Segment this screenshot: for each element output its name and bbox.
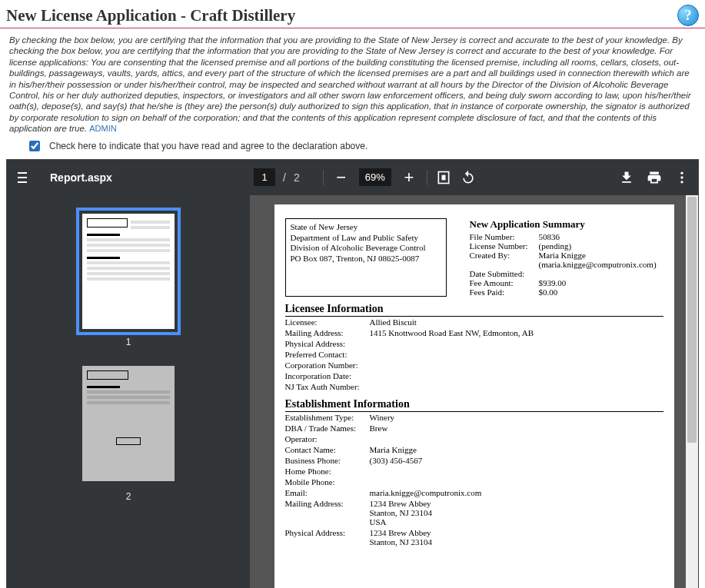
agree-label: Check here to indicate that you have rea… xyxy=(49,141,367,151)
more-icon[interactable] xyxy=(673,169,690,186)
page-number-input[interactable] xyxy=(254,168,275,186)
licensee-heading: Licensee Information xyxy=(285,303,663,317)
svg-point-3 xyxy=(680,176,683,178)
declaration-text: By checking the box below, you are certi… xyxy=(0,28,705,138)
print-icon[interactable] xyxy=(646,169,663,186)
zoom-level[interactable]: 69% xyxy=(359,168,391,186)
agree-checkbox[interactable] xyxy=(29,141,40,151)
download-icon[interactable] xyxy=(618,169,635,186)
rotate-icon[interactable] xyxy=(460,169,477,186)
admin-link[interactable]: ADMIN xyxy=(89,124,116,133)
svg-point-2 xyxy=(680,171,683,174)
zoom-out-button[interactable]: − xyxy=(331,168,351,188)
page-total: 2 xyxy=(294,171,300,184)
vertical-scrollbar[interactable] xyxy=(686,195,698,588)
thumbnail-panel[interactable]: 1 2 xyxy=(7,195,250,588)
svg-rect-1 xyxy=(441,174,445,180)
svg-point-4 xyxy=(680,181,683,183)
sender-address: State of New Jersey Department of Law an… xyxy=(285,218,447,297)
thumbnail-label: 2 xyxy=(7,491,250,502)
thumbnail-label: 1 xyxy=(7,337,250,347)
pdf-viewer: Report.aspx / 2 − 69% + xyxy=(6,159,699,588)
thumbnail-page-1[interactable] xyxy=(82,214,175,329)
application-summary: New Application Summary File Number:5083… xyxy=(470,218,663,297)
page-panel[interactable]: State of New Jersey Department of Law an… xyxy=(250,195,698,588)
page-title: New License Application - Craft Distille… xyxy=(6,6,677,25)
page-separator: / xyxy=(283,171,286,184)
pdf-toolbar: Report.aspx / 2 − 69% + xyxy=(7,160,698,195)
pdf-filename: Report.aspx xyxy=(50,171,112,184)
establishment-heading: Establishment Information xyxy=(285,398,663,412)
zoom-in-button[interactable]: + xyxy=(399,168,419,188)
pdf-page: State of New Jersey Department of Law an… xyxy=(274,204,674,588)
help-icon[interactable]: ? xyxy=(677,5,699,26)
fit-page-icon[interactable] xyxy=(435,169,452,186)
menu-icon[interactable] xyxy=(15,169,30,186)
thumbnail-page-2[interactable] xyxy=(82,366,175,481)
